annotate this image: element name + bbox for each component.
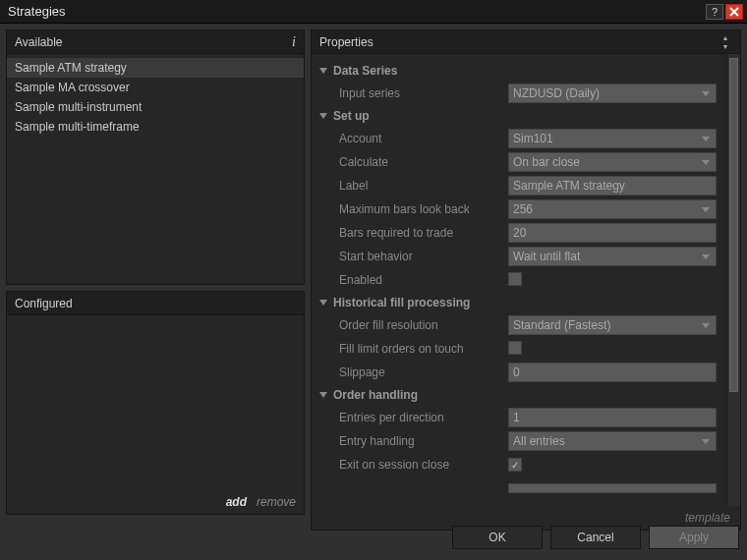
list-item[interactable]: Sample multi-instrument <box>7 97 304 117</box>
cancel-button[interactable]: Cancel <box>550 526 641 549</box>
max-bars-select[interactable]: 256 <box>508 199 717 219</box>
section-data-series[interactable]: Data Series <box>317 60 722 82</box>
label-start-behavior: Start behavior <box>339 250 508 263</box>
label-account: Account <box>339 132 508 145</box>
partial-field[interactable] <box>508 483 717 493</box>
scrollbar[interactable] <box>726 54 740 506</box>
chevron-down-icon <box>319 68 327 74</box>
calculate-select[interactable]: On bar close <box>508 152 717 172</box>
properties-body: Data Series Input series NZDUSD (Daily) … <box>312 54 726 506</box>
label-fill-limit: Fill limit orders on touch <box>339 342 508 356</box>
label-exit-on-close: Exit on session close <box>339 458 508 472</box>
chevron-down-icon <box>319 392 327 398</box>
titlebar: Strategies ? <box>0 0 747 24</box>
configured-footer: add remove <box>7 490 304 514</box>
exit-on-close-checkbox[interactable]: ✓ <box>508 458 522 472</box>
slippage-input[interactable]: 0 <box>508 363 717 382</box>
properties-header: Properties ▲ ▼ <box>312 30 740 54</box>
label-entry-handling: Entry handling <box>339 434 508 448</box>
label-order-fill: Order fill resolution <box>339 318 508 332</box>
expand-up-icon[interactable]: ▲ <box>718 33 732 42</box>
properties-title: Properties <box>319 35 374 49</box>
start-behavior-select[interactable]: Wait until flat <box>508 247 717 266</box>
configured-title: Configured <box>15 297 73 310</box>
apply-button[interactable]: Apply <box>649 526 739 549</box>
configured-list <box>7 315 304 490</box>
account-select[interactable]: Sim101 <box>508 129 717 148</box>
label-enabled: Enabled <box>339 273 508 287</box>
info-icon[interactable]: i <box>292 34 296 50</box>
close-button[interactable] <box>725 4 743 20</box>
available-header: Available i <box>7 30 304 54</box>
bars-required-input[interactable]: 20 <box>508 223 717 243</box>
available-title: Available <box>15 35 62 49</box>
list-item[interactable]: Sample multi-timeframe <box>7 117 304 137</box>
ok-button[interactable]: OK <box>452 526 543 549</box>
label-bars-required: Bars required to trade <box>339 226 508 240</box>
list-item[interactable]: Sample ATM strategy <box>7 58 304 78</box>
available-list: Sample ATM strategy Sample MA crossover … <box>7 54 304 284</box>
help-button[interactable]: ? <box>706 4 723 20</box>
scrollbar-thumb[interactable] <box>729 58 738 392</box>
entries-per-direction-input[interactable]: 1 <box>508 408 717 427</box>
add-link[interactable]: add <box>226 495 247 509</box>
fill-limit-checkbox[interactable] <box>508 341 522 355</box>
expand-down-icon[interactable]: ▼ <box>718 42 732 51</box>
properties-panel: Properties ▲ ▼ Data Series Input series … <box>311 29 741 531</box>
label-calculate: Calculate <box>339 155 508 169</box>
label-entries-per-direction: Entries per direction <box>339 411 508 424</box>
window-title: Strategies <box>8 4 704 19</box>
section-historical[interactable]: Historical fill processing <box>317 292 722 313</box>
input-series-select[interactable]: NZDUSD (Daily) <box>508 84 717 103</box>
chevron-down-icon <box>319 113 327 119</box>
order-fill-select[interactable]: Standard (Fastest) <box>508 315 717 335</box>
section-set-up[interactable]: Set up <box>317 105 722 127</box>
list-item[interactable]: Sample MA crossover <box>7 78 304 97</box>
available-panel: Available i Sample ATM strategy Sample M… <box>6 29 305 285</box>
label-max-bars: Maximum bars look back <box>339 202 508 216</box>
template-link[interactable]: template <box>685 511 730 525</box>
label-input-series: Input series <box>339 86 508 100</box>
chevron-down-icon <box>319 300 327 306</box>
close-icon <box>729 7 739 17</box>
configured-header: Configured <box>7 292 304 315</box>
label-label: Label <box>339 179 508 193</box>
label-input[interactable]: Sample ATM strategy <box>508 176 717 196</box>
enabled-checkbox[interactable] <box>508 272 522 286</box>
label-slippage: Slippage <box>339 365 508 379</box>
remove-link[interactable]: remove <box>257 495 296 509</box>
section-order-handling[interactable]: Order handling <box>317 384 722 406</box>
configured-panel: Configured add remove <box>6 291 305 515</box>
entry-handling-select[interactable]: All entries <box>508 431 717 451</box>
